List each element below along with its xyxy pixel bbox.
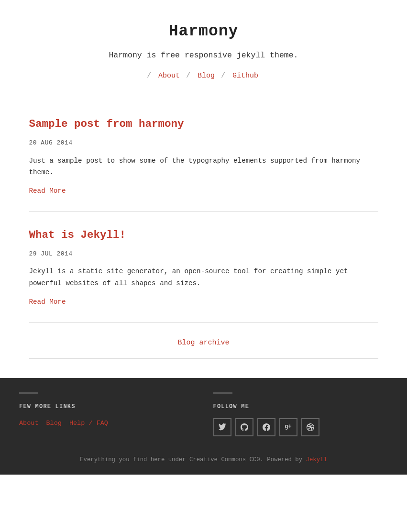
blog-archive-link[interactable]: Blog archive — [177, 339, 229, 347]
site-header: Harmony Harmony is free responsive jekyl… — [0, 0, 407, 96]
footer-links: About Blog Help / FAQ — [19, 418, 194, 429]
post-title-1: Sample post from harmony — [29, 115, 378, 133]
twitter-icon[interactable] — [213, 418, 231, 436]
nav-link-about[interactable]: About — [158, 72, 180, 80]
footer-link-blog[interactable]: Blog — [46, 418, 62, 429]
footer-col1-divider — [19, 392, 38, 394]
site-footer: FEW MORE LINKS About Blog Help / FAQ FOL… — [0, 378, 407, 475]
post-title-2: What is Jekyll! — [29, 226, 378, 244]
googleplus-icon[interactable]: g+ — [279, 418, 297, 436]
footer-col2-title: FOLLOW ME — [213, 402, 388, 411]
nav-sep-2: / — [186, 72, 195, 80]
footer-copy: Everything you find here under Creative … — [19, 451, 388, 465]
facebook-icon[interactable] — [257, 418, 275, 436]
site-nav: / About / Blog / Github — [10, 70, 397, 82]
footer-col1-title: FEW MORE LINKS — [19, 402, 194, 411]
main-content: Sample post from harmony 20 AUG 2014 Jus… — [10, 96, 397, 378]
post-title-link-1[interactable]: Sample post from harmony — [29, 118, 184, 130]
post-entry-2: What is Jekyll! 29 JUL 2014 Jekyll is a … — [29, 212, 378, 323]
post-date-2: 29 JUL 2014 — [29, 249, 378, 259]
footer-link-helpfaq[interactable]: Help / FAQ — [69, 418, 108, 429]
read-more-link-2[interactable]: Read More — [29, 298, 66, 306]
footer-col-social: FOLLOW ME g+ — [213, 392, 388, 436]
footer-link-about[interactable]: About — [19, 418, 39, 429]
footer-col-links: FEW MORE LINKS About Blog Help / FAQ — [19, 392, 194, 436]
post-entry-1: Sample post from harmony 20 AUG 2014 Jus… — [29, 106, 378, 212]
github-icon[interactable] — [235, 418, 253, 436]
blog-archive-section: Blog archive — [29, 323, 378, 359]
dribbble-icon[interactable] — [301, 418, 319, 436]
nav-sep-3: / — [221, 72, 230, 80]
footer-inner: FEW MORE LINKS About Blog Help / FAQ FOL… — [19, 392, 388, 465]
post-excerpt-1: Just a sample post to show some of the t… — [29, 155, 378, 178]
nav-link-github[interactable]: Github — [232, 72, 258, 80]
site-description: Harmony is free responsive jekyll theme. — [10, 49, 397, 62]
post-title-link-2[interactable]: What is Jekyll! — [29, 229, 126, 241]
footer-col2-divider — [213, 392, 232, 394]
post-date-1: 20 AUG 2014 — [29, 138, 378, 148]
social-icons: g+ — [213, 418, 388, 436]
site-title: Harmony — [10, 19, 397, 44]
read-more-link-1[interactable]: Read More — [29, 187, 66, 195]
footer-jekyll-link[interactable]: Jekyll — [306, 456, 327, 463]
post-excerpt-2: Jekyll is a static site generator, an op… — [29, 266, 378, 288]
nav-sep-1: / — [147, 72, 155, 80]
nav-link-blog[interactable]: Blog — [198, 72, 215, 80]
footer-columns: FEW MORE LINKS About Blog Help / FAQ FOL… — [19, 392, 388, 436]
